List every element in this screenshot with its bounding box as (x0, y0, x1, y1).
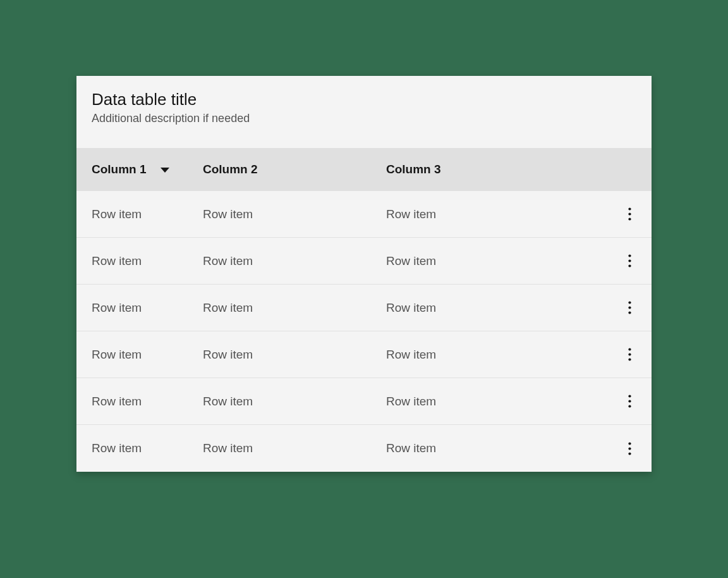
svg-point-2 (628, 212, 631, 215)
caret-down-icon (161, 168, 169, 173)
svg-marker-0 (161, 168, 169, 173)
svg-point-17 (628, 447, 631, 450)
svg-point-4 (628, 254, 631, 257)
data-table-container: Data table title Additional description … (76, 76, 652, 472)
svg-point-7 (628, 301, 631, 304)
table-row: Row itemRow itemRow item (76, 378, 652, 425)
overflow-vertical-icon (628, 442, 631, 455)
cell: Row item (203, 207, 253, 221)
table-row: Row itemRow itemRow item (76, 191, 652, 238)
svg-point-13 (628, 395, 631, 397)
cell: Row item (203, 441, 253, 455)
table-header: Data table title Additional description … (76, 76, 652, 148)
cell: Row item (386, 441, 436, 455)
svg-point-16 (628, 442, 631, 445)
cell: Row item (386, 301, 436, 314)
cell: Row item (203, 301, 253, 314)
column-header-label: Column 1 (92, 163, 147, 176)
svg-point-15 (628, 405, 631, 407)
svg-point-3 (628, 218, 631, 220)
overflow-vertical-icon (628, 207, 631, 221)
cell: Row item (92, 441, 142, 455)
overflow-vertical-icon (628, 254, 631, 267)
table-description: Additional description if needed (92, 112, 636, 125)
cell: Row item (92, 395, 142, 409)
cell: Row item (386, 395, 436, 408)
svg-point-10 (628, 348, 631, 350)
svg-point-18 (628, 452, 631, 455)
cell: Row item (92, 348, 142, 362)
table-row: Row itemRow itemRow item (76, 285, 652, 331)
table-title: Data table title (92, 90, 636, 109)
svg-point-6 (628, 264, 631, 267)
overflow-menu-button[interactable] (617, 295, 642, 321)
overflow-menu-button[interactable] (617, 202, 642, 227)
column-header-label: Column 2 (203, 163, 258, 176)
overflow-vertical-icon (628, 348, 631, 361)
cell: Row item (92, 254, 142, 268)
cell: Row item (92, 207, 142, 221)
svg-point-14 (628, 400, 631, 402)
cell: Row item (386, 207, 436, 221)
cell: Row item (203, 348, 253, 361)
cell: Row item (386, 254, 436, 267)
column-header-1[interactable]: Column 1 (76, 163, 203, 176)
svg-point-5 (628, 259, 631, 262)
cell: Row item (203, 395, 253, 408)
table-row: Row itemRow itemRow item (76, 331, 652, 378)
table-row: Row itemRow itemRow item (76, 425, 652, 472)
column-header-2[interactable]: Column 2 (203, 163, 386, 176)
overflow-vertical-icon (628, 395, 631, 408)
cell: Row item (386, 348, 436, 361)
overflow-menu-button[interactable] (617, 389, 642, 414)
svg-point-1 (628, 207, 631, 210)
overflow-menu-button[interactable] (617, 342, 642, 367)
cell: Row item (92, 301, 142, 315)
overflow-menu-button[interactable] (617, 249, 642, 274)
table-body: Row itemRow itemRow itemRow itemRow item… (76, 191, 652, 472)
svg-point-8 (628, 306, 631, 309)
column-header-label: Column 3 (386, 163, 441, 176)
svg-point-9 (628, 311, 631, 314)
svg-point-12 (628, 358, 631, 360)
svg-point-11 (628, 353, 631, 355)
column-header-3[interactable]: Column 3 (386, 163, 607, 176)
table-row: Row itemRow itemRow item (76, 238, 652, 285)
cell: Row item (203, 254, 253, 267)
overflow-vertical-icon (628, 301, 631, 314)
overflow-menu-button[interactable] (617, 436, 642, 461)
table-columns-header: Column 1 Column 2 Column 3 (76, 148, 652, 191)
